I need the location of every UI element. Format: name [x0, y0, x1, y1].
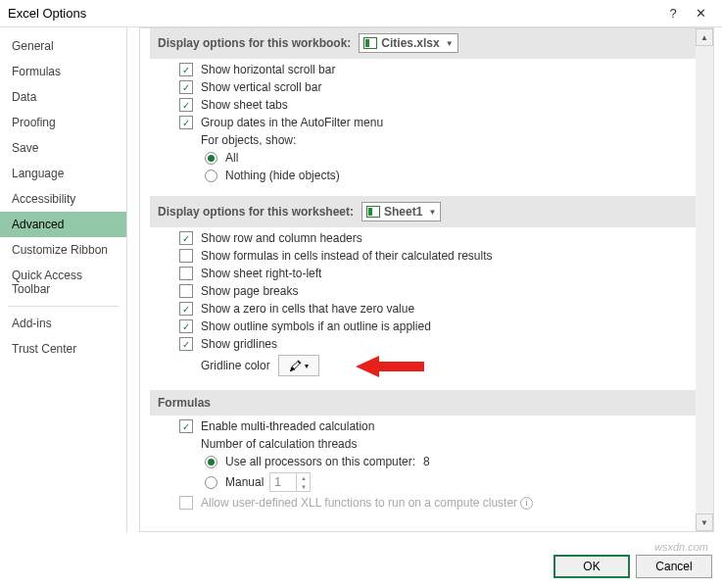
sidebar-item-advanced[interactable]: Advanced — [0, 212, 126, 237]
checkbox-icon — [179, 98, 193, 112]
threads-label: Number of calculation threads — [179, 437, 703, 451]
window-title: Excel Options — [8, 6, 659, 21]
svg-marker-0 — [356, 356, 424, 377]
sidebar-item-addins[interactable]: Add-ins — [0, 311, 126, 336]
sidebar-item-general[interactable]: General — [0, 33, 126, 59]
section-workbook: Display options for this workbook: Citie… — [150, 27, 703, 59]
opt-objects-all[interactable]: All — [205, 151, 703, 165]
help-button[interactable]: ? — [659, 4, 687, 24]
checkbox-icon — [179, 116, 193, 129]
opt-objects-nothing[interactable]: Nothing (hide objects) — [205, 169, 703, 182]
checkbox-icon — [179, 319, 193, 333]
opt-multithread-label: Enable multi-threaded calculation — [201, 419, 374, 433]
worksheet-dropdown[interactable]: Sheet1 ▼ — [361, 202, 441, 221]
cancel-button[interactable]: Cancel — [636, 555, 712, 578]
opt-headers-label: Show row and column headers — [201, 231, 362, 245]
opt-show-formulas[interactable]: Show formulas in cells instead of their … — [179, 249, 703, 263]
chevron-down-icon: ▼ — [428, 208, 436, 217]
chevron-down-icon: ▼ — [446, 39, 454, 48]
opt-hscroll-label: Show horizontal scroll bar — [201, 63, 335, 76]
opt-rtl-label: Show sheet right-to-left — [201, 267, 321, 280]
paint-bucket-icon: 🖍 — [289, 359, 302, 373]
radio-icon — [205, 476, 217, 489]
opt-gridlines[interactable]: Show gridlines — [179, 337, 703, 351]
scroll-up-button[interactable]: ▲ — [696, 28, 713, 46]
dialog-footer: OK Cancel — [554, 555, 712, 578]
opt-vscroll-label: Show vertical scroll bar — [201, 80, 321, 94]
workbook-icon — [363, 37, 377, 49]
sidebar-item-accessibility[interactable]: Accessibility — [0, 186, 126, 212]
sidebar-item-save[interactable]: Save — [0, 135, 126, 161]
opt-outline[interactable]: Show outline symbols if an outline is ap… — [179, 319, 703, 333]
opt-show-formulas-label: Show formulas in cells instead of their … — [201, 249, 492, 263]
worksheet-dropdown-value: Sheet1 — [384, 205, 422, 219]
options-panel: Display options for this workbook: Citie… — [139, 27, 714, 532]
opt-page-breaks-label: Show page breaks — [201, 284, 298, 298]
chevron-down-icon: ▾ — [305, 362, 309, 370]
sidebar: General Formulas Data Proofing Save Lang… — [0, 27, 127, 532]
opt-outline-label: Show outline symbols if an outline is ap… — [201, 319, 431, 333]
sidebar-item-data[interactable]: Data — [0, 84, 126, 110]
checkbox-icon — [179, 63, 193, 76]
spinner-buttons[interactable]: ▲▼ — [296, 473, 310, 491]
vertical-scrollbar[interactable]: ▲ ▼ — [696, 28, 713, 531]
opt-multithread[interactable]: Enable multi-threaded calculation — [179, 419, 703, 433]
sidebar-item-trust-center[interactable]: Trust Center — [0, 336, 126, 362]
main: General Formulas Data Proofing Save Lang… — [0, 27, 722, 532]
opt-all-processors-label: Use all processors on this computer: — [225, 455, 415, 468]
opt-xll-cluster: Allow user-defined XLL functions to run … — [179, 496, 703, 510]
opt-group-dates[interactable]: Group dates in the AutoFilter menu — [179, 116, 703, 129]
opt-group-dates-label: Group dates in the AutoFilter menu — [201, 116, 383, 129]
opt-rtl[interactable]: Show sheet right-to-left — [179, 267, 703, 280]
checkbox-icon — [179, 496, 193, 510]
section-workbook-label: Display options for this workbook: — [158, 36, 351, 50]
opt-vscroll[interactable]: Show vertical scroll bar — [179, 80, 703, 94]
worksheet-icon — [366, 206, 380, 218]
opt-headers[interactable]: Show row and column headers — [179, 231, 703, 245]
checkbox-icon — [179, 419, 193, 433]
radio-icon — [205, 152, 217, 165]
scroll-down-button[interactable]: ▼ — [696, 514, 713, 531]
opt-objects-all-label: All — [225, 151, 238, 165]
sidebar-item-formulas[interactable]: Formulas — [0, 59, 126, 84]
opt-manual-threads[interactable]: Manual 1 ▲▼ — [205, 472, 703, 492]
radio-icon — [205, 456, 217, 468]
checkbox-icon — [179, 337, 193, 351]
workbook-dropdown-value: Cities.xlsx — [381, 36, 439, 50]
opt-zero[interactable]: Show a zero in cells that have zero valu… — [179, 302, 703, 316]
annotation-arrow — [356, 352, 424, 381]
workbook-dropdown[interactable]: Cities.xlsx ▼ — [359, 33, 457, 53]
sidebar-separator — [8, 306, 119, 307]
opt-gridline-color: Gridline color 🖍 ▾ — [179, 355, 703, 376]
opt-xll-label: Allow user-defined XLL functions to run … — [201, 496, 517, 510]
manual-thread-spinner[interactable]: 1 ▲▼ — [269, 472, 311, 492]
info-icon[interactable]: i — [520, 497, 533, 510]
opt-all-processors[interactable]: Use all processors on this computer: 8 — [205, 455, 703, 468]
spinner-value: 1 — [274, 475, 281, 489]
opt-tabs[interactable]: Show sheet tabs — [179, 98, 703, 112]
gridline-color-button[interactable]: 🖍 ▾ — [278, 355, 319, 376]
opt-objects-nothing-label: Nothing (hide objects) — [225, 169, 340, 182]
sidebar-item-language[interactable]: Language — [0, 161, 126, 186]
close-button[interactable]: ✕ — [687, 4, 714, 24]
opt-tabs-label: Show sheet tabs — [201, 98, 288, 112]
opt-gridlines-label: Show gridlines — [201, 337, 277, 351]
opt-gridline-color-label: Gridline color — [201, 359, 270, 372]
checkbox-icon — [179, 302, 193, 316]
opt-manual-label: Manual — [225, 475, 264, 489]
sidebar-item-customize-ribbon[interactable]: Customize Ribbon — [0, 237, 126, 263]
opt-hscroll[interactable]: Show horizontal scroll bar — [179, 63, 703, 76]
scrollbar-track[interactable] — [698, 48, 711, 512]
section-worksheet: Display options for this worksheet: Shee… — [150, 196, 703, 227]
ok-button[interactable]: OK — [554, 555, 630, 578]
objects-show-label: For objects, show: — [179, 133, 703, 147]
sidebar-item-quick-access[interactable]: Quick Access Toolbar — [0, 263, 126, 302]
section-worksheet-label: Display options for this worksheet: — [158, 205, 354, 219]
checkbox-icon — [179, 80, 193, 94]
content: Display options for this workbook: Citie… — [127, 27, 722, 532]
titlebar: Excel Options ? ✕ — [0, 0, 722, 27]
opt-page-breaks[interactable]: Show page breaks — [179, 284, 703, 298]
section-formulas: Formulas — [150, 390, 703, 416]
sidebar-item-proofing[interactable]: Proofing — [0, 110, 126, 135]
checkbox-icon — [179, 231, 193, 245]
